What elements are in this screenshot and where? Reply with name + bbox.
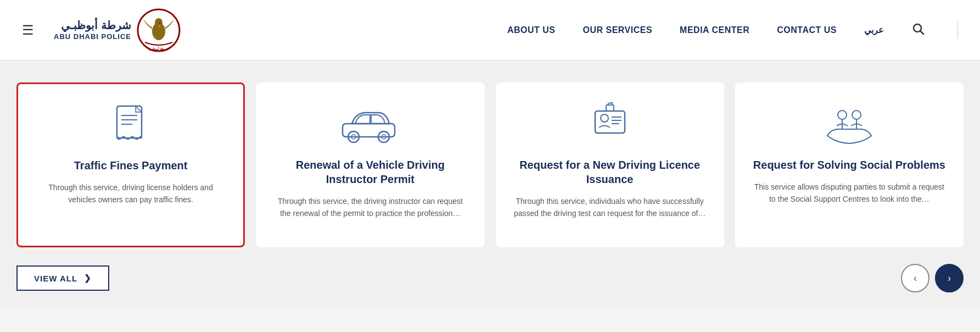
logo-text: شرطة أبوظبـي ABU DHABI POLICE <box>54 18 131 42</box>
nav-media-center[interactable]: MEDIA CENTER <box>680 25 749 35</box>
card-2-desc: Through this service, the driving instru… <box>273 195 467 220</box>
view-all-arrow-icon: ❯ <box>84 273 92 283</box>
svg-rect-17 <box>595 111 625 133</box>
next-arrow-icon: › <box>948 273 951 284</box>
svg-point-18 <box>601 114 608 122</box>
social-icon <box>825 103 874 147</box>
view-all-label: VIEW ALL <box>34 274 77 283</box>
card-4-desc: This service allows disputing parties to… <box>753 181 946 206</box>
cards-grid: Traffic Fines Payment Through this servi… <box>16 82 964 247</box>
card-1-desc: Through this service, driving license ho… <box>35 181 227 206</box>
card-2-title: Renewal of a Vehicle Driving Instructor … <box>273 158 467 186</box>
svg-point-25 <box>852 110 861 119</box>
nav-contact-us[interactable]: CONTACT US <box>777 25 837 35</box>
card-3-desc: Through this service, individuals who ha… <box>513 195 707 220</box>
logo-emblem-icon: شرطة أبوظبي <box>137 8 181 52</box>
svg-rect-12 <box>343 124 395 137</box>
next-arrow-button[interactable]: › <box>935 264 964 292</box>
header-divider <box>957 22 958 38</box>
svg-rect-22 <box>606 105 614 111</box>
prev-arrow-icon: ‹ <box>914 273 917 284</box>
svg-point-4 <box>159 22 160 24</box>
header: ☰ شرطة أبوظبـي ABU DHABI POLICE <box>0 0 980 60</box>
carousel-nav: ‹ › <box>901 264 964 292</box>
header-left: ☰ شرطة أبوظبـي ABU DHABI POLICE <box>22 8 181 52</box>
svg-line-7 <box>921 31 924 34</box>
card-3-title: Request for a New Driving Licence Issuan… <box>513 158 707 186</box>
main-nav: ABOUT US OUR SERVICES MEDIA CENTER CONTA… <box>507 22 958 38</box>
nav-arabic-link[interactable]: عربي <box>864 25 884 35</box>
logo-english-text: ABU DHABI POLICE <box>54 32 131 42</box>
view-all-button[interactable]: VIEW ALL ❯ <box>16 265 109 291</box>
card-traffic-fines[interactable]: Traffic Fines Payment Through this servi… <box>16 82 245 247</box>
bottom-row: VIEW ALL ❯ ‹ › <box>16 264 964 292</box>
svg-point-23 <box>838 110 847 119</box>
licence-icon <box>591 103 629 147</box>
card-driving-licence[interactable]: Request for a New Driving Licence Issuan… <box>496 82 724 247</box>
logo-arabic-text: شرطة أبوظبـي <box>61 18 131 32</box>
logo-area: شرطة أبوظبـي ABU DHABI POLICE <box>54 8 181 52</box>
card-social-problems[interactable]: Request for Solving Social Problems This… <box>735 82 964 247</box>
nav-about-us[interactable]: ABOUT US <box>507 25 556 35</box>
main-content: Traffic Fines Payment Through this servi… <box>0 60 980 309</box>
card-1-title: Traffic Fines Payment <box>74 158 188 173</box>
card-4-title: Request for Solving Social Problems <box>753 158 945 172</box>
hamburger-menu-icon[interactable]: ☰ <box>22 23 34 38</box>
prev-arrow-button[interactable]: ‹ <box>901 264 929 292</box>
card-vehicle-permit[interactable]: Renewal of a Vehicle Driving Instructor … <box>256 82 484 247</box>
svg-text:شرطة أبوظبي: شرطة أبوظبي <box>149 46 169 51</box>
car-icon <box>340 103 400 147</box>
nav-our-services[interactable]: OUR SERVICES <box>583 25 652 35</box>
search-icon[interactable] <box>911 22 925 38</box>
traffic-fines-icon <box>111 103 150 147</box>
